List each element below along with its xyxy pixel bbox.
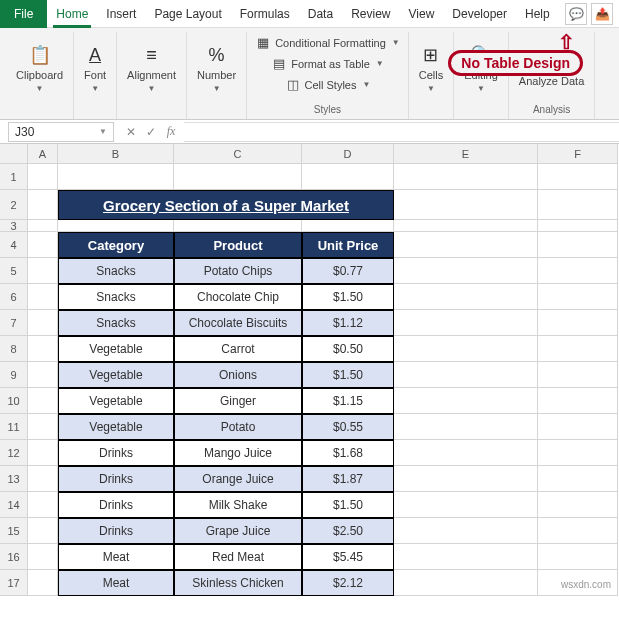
cell-styles-button[interactable]: ◫Cell Styles▼: [283, 76, 373, 93]
cell[interactable]: [28, 414, 58, 440]
table-cell[interactable]: Grape Juice: [174, 518, 302, 544]
cell[interactable]: [28, 544, 58, 570]
conditional-formatting-button[interactable]: ▦Conditional Formatting▼: [253, 34, 402, 51]
comments-icon[interactable]: 💬: [565, 3, 587, 25]
cell[interactable]: [302, 220, 394, 232]
header-category[interactable]: Category: [58, 232, 174, 258]
tab-page-layout[interactable]: Page Layout: [145, 0, 230, 28]
tab-help[interactable]: Help: [516, 0, 559, 28]
table-cell[interactable]: Vegetable: [58, 414, 174, 440]
cell[interactable]: [28, 164, 58, 190]
table-cell[interactable]: $2.50: [302, 518, 394, 544]
row-header-15[interactable]: 15: [0, 518, 28, 544]
cell[interactable]: [538, 336, 618, 362]
header-product[interactable]: Product: [174, 232, 302, 258]
row-header-8[interactable]: 8: [0, 336, 28, 362]
table-cell[interactable]: Vegetable: [58, 362, 174, 388]
cell[interactable]: [394, 232, 538, 258]
cell[interactable]: [538, 440, 618, 466]
col-header-d[interactable]: D: [302, 144, 394, 164]
cancel-icon[interactable]: ✕: [122, 123, 140, 141]
cell[interactable]: [28, 440, 58, 466]
table-cell[interactable]: Mango Juice: [174, 440, 302, 466]
tab-formulas[interactable]: Formulas: [231, 0, 299, 28]
cell[interactable]: [538, 284, 618, 310]
row-header-17[interactable]: 17: [0, 570, 28, 596]
cell[interactable]: [28, 310, 58, 336]
table-cell[interactable]: $0.77: [302, 258, 394, 284]
col-header-e[interactable]: E: [394, 144, 538, 164]
table-cell[interactable]: $0.55: [302, 414, 394, 440]
cell[interactable]: [28, 492, 58, 518]
table-cell[interactable]: Snacks: [58, 258, 174, 284]
cell[interactable]: [538, 492, 618, 518]
format-as-table-button[interactable]: ▤Format as Table▼: [269, 55, 386, 72]
table-cell[interactable]: Drinks: [58, 466, 174, 492]
table-cell[interactable]: Vegetable: [58, 388, 174, 414]
cell[interactable]: [28, 466, 58, 492]
number-button[interactable]: % Number ▼: [193, 41, 240, 94]
cell[interactable]: [394, 518, 538, 544]
row-header-7[interactable]: 7: [0, 310, 28, 336]
cell[interactable]: [28, 570, 58, 596]
header-unit-price[interactable]: Unit Price: [302, 232, 394, 258]
row-header-12[interactable]: 12: [0, 440, 28, 466]
table-cell[interactable]: Onions: [174, 362, 302, 388]
table-cell[interactable]: Meat: [58, 570, 174, 596]
table-cell[interactable]: Ginger: [174, 388, 302, 414]
row-header-1[interactable]: 1: [0, 164, 28, 190]
cell[interactable]: [58, 164, 174, 190]
share-icon[interactable]: 📤: [591, 3, 613, 25]
cell[interactable]: [394, 164, 538, 190]
table-cell[interactable]: $1.15: [302, 388, 394, 414]
cell[interactable]: [394, 570, 538, 596]
table-cell[interactable]: Drinks: [58, 440, 174, 466]
row-header-3[interactable]: 3: [0, 220, 28, 232]
cell[interactable]: [538, 544, 618, 570]
cell[interactable]: [28, 284, 58, 310]
row-header-10[interactable]: 10: [0, 388, 28, 414]
row-header-16[interactable]: 16: [0, 544, 28, 570]
tab-view[interactable]: View: [400, 0, 444, 28]
cell[interactable]: [538, 258, 618, 284]
table-cell[interactable]: $2.12: [302, 570, 394, 596]
font-button[interactable]: A Font ▼: [80, 41, 110, 94]
cell[interactable]: [28, 190, 58, 220]
table-cell[interactable]: Orange Juice: [174, 466, 302, 492]
cell[interactable]: [538, 232, 618, 258]
table-cell[interactable]: $1.87: [302, 466, 394, 492]
tab-home[interactable]: Home: [47, 0, 97, 28]
table-cell[interactable]: Vegetable: [58, 336, 174, 362]
tab-data[interactable]: Data: [299, 0, 342, 28]
cell[interactable]: [394, 284, 538, 310]
row-header-6[interactable]: 6: [0, 284, 28, 310]
cell[interactable]: [538, 220, 618, 232]
row-header-2[interactable]: 2: [0, 190, 28, 220]
table-cell[interactable]: Milk Shake: [174, 492, 302, 518]
select-all-corner[interactable]: [0, 144, 28, 164]
formula-input[interactable]: [184, 122, 619, 142]
col-header-a[interactable]: A: [28, 144, 58, 164]
table-cell[interactable]: $5.45: [302, 544, 394, 570]
table-cell[interactable]: $1.12: [302, 310, 394, 336]
cell[interactable]: [394, 310, 538, 336]
table-cell[interactable]: Chocolate Biscuits: [174, 310, 302, 336]
table-cell[interactable]: $1.50: [302, 362, 394, 388]
cell[interactable]: [28, 388, 58, 414]
tab-insert[interactable]: Insert: [97, 0, 145, 28]
cell[interactable]: [538, 190, 618, 220]
cells-button[interactable]: ⊞ Cells ▼: [415, 41, 447, 94]
cell[interactable]: [174, 220, 302, 232]
cell[interactable]: [538, 414, 618, 440]
cell[interactable]: [394, 220, 538, 232]
cell[interactable]: [28, 220, 58, 232]
enter-icon[interactable]: ✓: [142, 123, 160, 141]
cell[interactable]: [538, 310, 618, 336]
clipboard-button[interactable]: 📋 Clipboard ▼: [12, 41, 67, 94]
table-cell[interactable]: Chocolate Chip: [174, 284, 302, 310]
col-header-b[interactable]: B: [58, 144, 174, 164]
cell[interactable]: [394, 258, 538, 284]
row-header-4[interactable]: 4: [0, 232, 28, 258]
cell[interactable]: [394, 492, 538, 518]
col-header-c[interactable]: C: [174, 144, 302, 164]
